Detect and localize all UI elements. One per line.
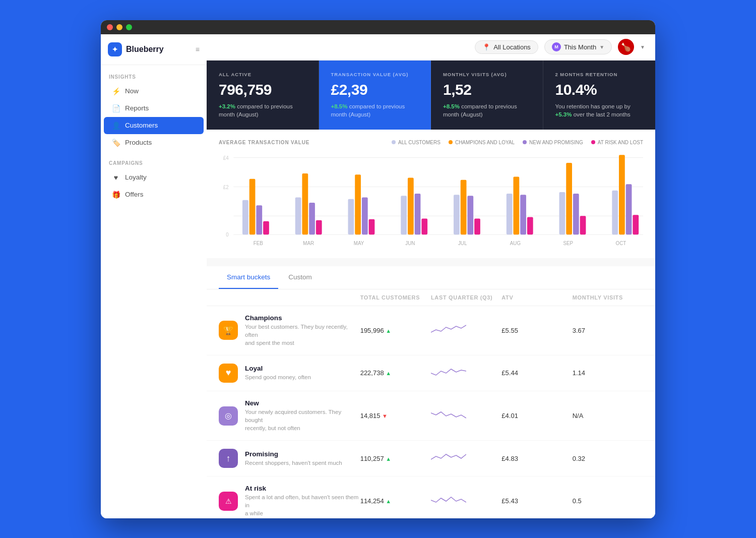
svg-text:AUG: AUG xyxy=(510,241,521,246)
legend-color-dot xyxy=(449,140,453,144)
table-row[interactable]: ♥ Loyal Spend good money, often 222,738 … xyxy=(207,355,655,391)
stat-all-active: ALL ACTIVE 796,759 +3.2% compared to pre… xyxy=(207,61,319,130)
svg-rect-45 xyxy=(633,215,639,234)
bar-chart: £4 £2 0 FEB MAR xyxy=(219,152,643,253)
chart-area: £4 £2 0 FEB MAR xyxy=(219,152,643,253)
customer-desc: Spend good money, often xyxy=(245,373,311,381)
svg-rect-14 xyxy=(309,203,315,234)
svg-rect-43 xyxy=(619,155,625,234)
atv: £5.44 xyxy=(501,369,572,377)
svg-text:JUN: JUN xyxy=(405,241,415,246)
location-filter[interactable]: 📍 All Locations xyxy=(475,40,538,54)
total-customers: 222,738 ▲ xyxy=(360,369,431,377)
stat-transaction-value: TRANSACTION VALUE (AVG) £2,39 +8.5% comp… xyxy=(319,61,431,130)
svg-rect-29 xyxy=(467,196,473,234)
customers-icon: 👤 xyxy=(112,122,120,130)
user-avatar[interactable]: 🍗 xyxy=(618,39,634,55)
svg-rect-28 xyxy=(461,180,467,234)
month-initial-badge: M xyxy=(552,42,561,51)
legend-color-dot xyxy=(523,140,527,144)
svg-text:MAY: MAY xyxy=(354,241,364,246)
dot-yellow[interactable] xyxy=(116,24,122,30)
trend-cell xyxy=(431,450,501,466)
chevron-down-icon: ▼ xyxy=(599,44,604,50)
trend-cell xyxy=(431,322,501,338)
titlebar xyxy=(101,20,655,34)
sidebar-item-offers[interactable]: 🎁 Offers xyxy=(104,186,204,203)
sidebar: ✦ Blueberry ≡ INSIGHTS ⚡ Now 📄 Reports 👤… xyxy=(101,34,207,518)
sidebar-item-now[interactable]: ⚡ Now xyxy=(104,83,204,100)
table-row[interactable]: ◎ New Your newly acquired customers. The… xyxy=(207,391,655,441)
customer-desc: Spent a lot and often, but haven't seen … xyxy=(245,493,360,517)
change-up-icon: ▲ xyxy=(386,456,391,462)
trend-sparkline xyxy=(431,493,466,507)
svg-rect-40 xyxy=(580,216,586,234)
tab-smart-buckets[interactable]: Smart buckets xyxy=(219,266,278,289)
stat-retention: 2 MONTHS RETENTION 10.4% You retention h… xyxy=(543,61,656,130)
stat-value: 796,759 xyxy=(219,81,306,98)
sidebar-item-products[interactable]: 🏷️ Products xyxy=(104,134,204,151)
insights-section-label: INSIGHTS xyxy=(101,65,207,83)
svg-rect-20 xyxy=(369,219,375,234)
monthly-visits: 1.14 xyxy=(573,369,643,377)
stat-change: +8.5% compared to previous month (August… xyxy=(331,102,419,118)
svg-rect-35 xyxy=(527,217,533,234)
chart-title: AVERAGE TRANSACTION VALUE xyxy=(219,140,309,145)
sidebar-item-loyalty[interactable]: ♥ Loyalty xyxy=(104,169,204,186)
svg-rect-8 xyxy=(249,178,256,234)
customer-info: ◎ New Your newly acquired customers. The… xyxy=(219,399,360,432)
svg-text:MAR: MAR xyxy=(303,241,314,246)
customer-icon-promising: ↑ xyxy=(219,449,238,468)
sidebar-item-label: Now xyxy=(125,87,139,95)
chart-legend: ALL CUSTOMERS CHAMPIONS AND LOYAL NEW AN… xyxy=(392,140,643,145)
stat-label: 2 MONTHS RETENTION xyxy=(555,72,644,77)
legend-all-customers: ALL CUSTOMERS xyxy=(392,140,440,145)
avatar-chevron-icon: ▼ xyxy=(640,44,645,50)
stat-monthly-visits: MONTHLY VISITS (AVG) 1,52 +8.5% compared… xyxy=(431,61,543,130)
svg-text:FEB: FEB xyxy=(254,241,263,246)
sidebar-item-customers[interactable]: 👤 Customers xyxy=(104,117,204,134)
atv: £4.83 xyxy=(501,455,572,462)
svg-rect-42 xyxy=(612,190,618,234)
svg-text:SEP: SEP xyxy=(563,241,573,246)
customer-desc: Your best customers. They buy recently, … xyxy=(245,323,360,347)
svg-rect-27 xyxy=(454,195,460,234)
stat-change: +8.5% compared to previous month (August… xyxy=(443,102,531,118)
stat-label: ALL ACTIVE xyxy=(219,72,306,77)
dot-red[interactable] xyxy=(107,24,113,30)
svg-rect-30 xyxy=(474,218,480,234)
table-row[interactable]: 🏆 Champions Your best customers. They bu… xyxy=(207,306,655,355)
menu-icon[interactable]: ≡ xyxy=(196,45,200,53)
col-monthly-visits: Monthly visits xyxy=(573,294,643,301)
sidebar-header: ✦ Blueberry ≡ xyxy=(101,34,207,65)
trend-sparkline xyxy=(431,408,466,422)
sidebar-item-reports[interactable]: 📄 Reports xyxy=(104,100,204,117)
offers-icon: 🎁 xyxy=(112,191,120,199)
time-filter[interactable]: M This Month ▼ xyxy=(544,39,612,54)
col-atv: ATV xyxy=(501,294,572,301)
avatar-icon: 🍗 xyxy=(621,42,631,52)
svg-text:£4: £4 xyxy=(223,155,229,160)
customer-info: ⚠ At risk Spent a lot and often, but hav… xyxy=(219,485,360,517)
svg-text:£2: £2 xyxy=(223,184,229,190)
sidebar-item-label: Loyalty xyxy=(125,173,147,181)
change-pct: +3.2% xyxy=(219,103,235,109)
customer-desc: Your newly acquired customers. They boug… xyxy=(245,408,360,432)
trend-cell xyxy=(431,365,501,381)
customer-name: Champions xyxy=(245,314,360,322)
svg-rect-15 xyxy=(316,220,322,234)
dot-green[interactable] xyxy=(126,24,132,30)
table-row[interactable]: ↑ Promising Recent shoppers, haven't spe… xyxy=(207,441,655,476)
products-icon: 🏷️ xyxy=(112,139,120,147)
svg-rect-33 xyxy=(514,176,520,234)
tab-custom[interactable]: Custom xyxy=(280,266,320,289)
col-name xyxy=(219,294,360,301)
legend-champions: CHAMPIONS AND LOYAL xyxy=(449,140,515,145)
customer-name: New xyxy=(245,399,360,407)
svg-rect-18 xyxy=(355,174,361,234)
svg-rect-37 xyxy=(559,192,565,234)
table-row[interactable]: ⚠ At risk Spent a lot and often, but hav… xyxy=(207,476,655,518)
monthly-visits: 3.67 xyxy=(573,327,643,334)
lightning-icon: ⚡ xyxy=(112,87,120,95)
svg-rect-22 xyxy=(401,196,407,234)
